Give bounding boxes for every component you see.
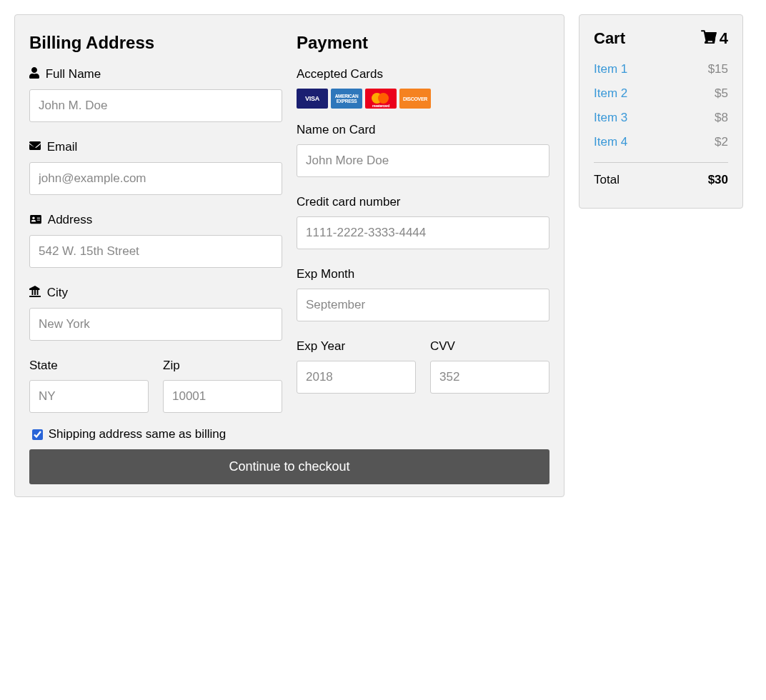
cart-icon — [701, 29, 717, 48]
cart-item-link[interactable]: Item 4 — [594, 135, 627, 149]
mastercard-icon: mastercard — [365, 89, 397, 109]
user-icon — [29, 67, 39, 82]
cc-number-label: Credit card number — [297, 195, 549, 209]
cart-item: Item 2 $5 — [594, 86, 728, 101]
discover-icon: DISCOVER — [399, 89, 431, 109]
email-label: Email — [29, 140, 282, 155]
cart-total-value: $30 — [708, 173, 728, 187]
zip-label: Zip — [163, 359, 282, 373]
address-input[interactable] — [29, 235, 282, 268]
cart-item-price: $8 — [715, 111, 728, 125]
same-address-label[interactable]: Shipping address same as billing — [29, 427, 549, 442]
accepted-cards-label: Accepted Cards — [297, 67, 549, 81]
address-card-icon — [29, 214, 42, 228]
full-name-input[interactable] — [29, 89, 282, 122]
amex-icon: AMERICAN EXPRESS — [331, 89, 362, 109]
city-input[interactable] — [29, 308, 282, 341]
full-name-label: Full Name — [29, 67, 282, 82]
address-label: Address — [29, 213, 282, 228]
cart-item-link[interactable]: Item 2 — [594, 86, 627, 101]
name-on-card-input[interactable] — [297, 144, 549, 177]
cart-divider — [594, 162, 728, 163]
cvv-label: CVV — [430, 339, 549, 354]
exp-year-label: Exp Year — [297, 339, 416, 354]
exp-month-input[interactable] — [297, 289, 549, 321]
state-label: State — [29, 359, 149, 373]
state-input[interactable] — [29, 380, 149, 413]
cvv-input[interactable] — [430, 361, 549, 394]
cc-number-input[interactable] — [297, 216, 549, 249]
email-input[interactable] — [29, 162, 282, 195]
checkout-button[interactable]: Continue to checkout — [29, 449, 549, 484]
accepted-cards-icons: VISA AMERICAN EXPRESS mastercard DISCOVE… — [297, 89, 549, 109]
cart-heading: Cart — [594, 29, 625, 48]
cart-item: Item 3 $8 — [594, 111, 728, 125]
exp-month-label: Exp Month — [297, 267, 549, 281]
cart-item-price: $5 — [715, 86, 728, 101]
cart-item-price: $2 — [715, 135, 728, 149]
cart-item-link[interactable]: Item 3 — [594, 111, 627, 125]
billing-heading: Billing Address — [29, 33, 282, 53]
exp-year-input[interactable] — [297, 361, 416, 394]
payment-heading: Payment — [297, 33, 549, 53]
visa-icon: VISA — [297, 89, 328, 109]
cart-item: Item 4 $2 — [594, 135, 728, 149]
checkout-form-container: Billing Address Full Name — [14, 14, 564, 497]
same-address-checkbox[interactable] — [32, 429, 43, 440]
institution-icon — [29, 286, 41, 301]
envelope-icon — [29, 140, 41, 155]
cart-total-label: Total — [594, 173, 620, 187]
city-label: City — [29, 286, 282, 301]
cart-count-value: 4 — [720, 29, 728, 48]
name-on-card-label: Name on Card — [297, 123, 549, 137]
cart-item-price: $15 — [708, 62, 728, 76]
cart-container: Cart 4 Item 1 $15 Item 2 $5 Item 3 $8 — [579, 14, 743, 209]
cart-item-link[interactable]: Item 1 — [594, 62, 627, 76]
cart-item: Item 1 $15 — [594, 62, 728, 76]
zip-input[interactable] — [163, 380, 282, 413]
cart-total-row: Total $30 — [594, 173, 728, 187]
